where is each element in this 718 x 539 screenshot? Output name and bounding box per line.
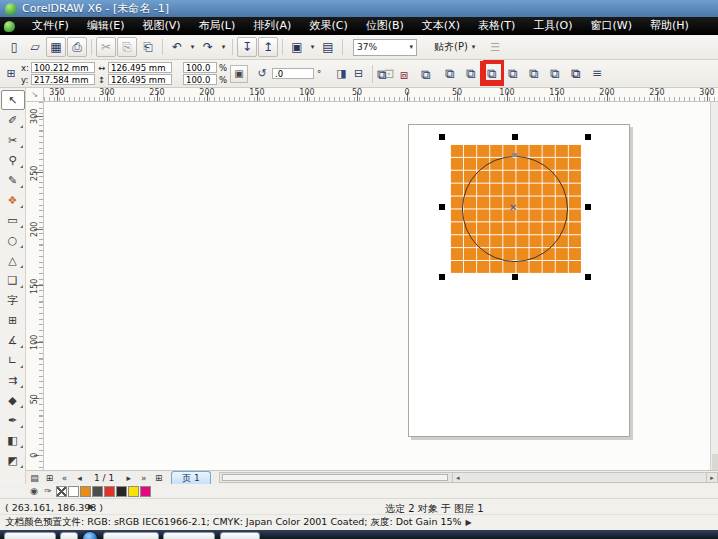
- selection-handle[interactable]: [585, 274, 591, 280]
- circle-node[interactable]: [512, 153, 517, 157]
- tool-basic-shapes[interactable]: ❑: [1, 270, 25, 290]
- tool-table[interactable]: ⊞: [1, 310, 25, 330]
- selection-handle[interactable]: [585, 204, 591, 210]
- add-page-button[interactable]: ⊞: [43, 472, 56, 484]
- title-bar[interactable]: CorelDRAW X6 - [未命名 -1]: [0, 0, 718, 17]
- intersect-button[interactable]: ⧉: [482, 63, 502, 84]
- selection-handle[interactable]: [512, 134, 518, 140]
- selection-handle[interactable]: [439, 274, 445, 280]
- menu-item[interactable]: 编辑(E): [78, 17, 134, 35]
- toolbar-separator[interactable]: [229, 37, 236, 57]
- horizontal-ruler[interactable]: 35030025020015010050050100150200250300: [44, 88, 718, 102]
- tool-connector[interactable]: ∟: [1, 350, 25, 370]
- tool-dimension[interactable]: ∡: [1, 330, 25, 350]
- selection-handle[interactable]: [439, 204, 445, 210]
- trim-button[interactable]: ⧉: [461, 63, 481, 84]
- tool-eyedropper[interactable]: ◆: [1, 390, 25, 410]
- taskbar-button[interactable]: [220, 532, 260, 539]
- flyout-arrow-icon[interactable]: ▶: [466, 518, 472, 527]
- menu-item[interactable]: 文本(X): [413, 17, 469, 35]
- object-height-input[interactable]: [108, 74, 172, 85]
- swatch-white[interactable]: [68, 486, 79, 497]
- swatch-magenta[interactable]: [140, 486, 151, 497]
- toolbar-separator[interactable]: [279, 37, 286, 57]
- front-minus-back-button[interactable]: ⧉: [524, 63, 544, 84]
- toolbar-separator[interactable]: [159, 37, 166, 57]
- lock-ratio-button[interactable]: ▣: [230, 65, 248, 83]
- save-button[interactable]: ▦: [46, 37, 66, 57]
- object-width-input[interactable]: [108, 62, 172, 73]
- cut-button[interactable]: ✂: [96, 37, 116, 57]
- palette-flyout-button[interactable]: ◉: [28, 486, 40, 496]
- toolbar-separator[interactable]: [339, 37, 346, 57]
- welcome-screen-button[interactable]: ▤: [318, 37, 338, 57]
- mirror-vertical-button[interactable]: ⊟: [351, 66, 366, 82]
- tool-text[interactable]: 字: [1, 290, 25, 310]
- taskbar-button[interactable]: [60, 532, 78, 539]
- tool-outline-pen[interactable]: ✒: [1, 410, 25, 430]
- copy-button[interactable]: ⎘: [117, 37, 137, 57]
- toolbar-separator[interactable]: [88, 37, 95, 57]
- tool-polygon[interactable]: △: [1, 250, 25, 270]
- back-minus-front-button[interactable]: ⧉: [545, 63, 565, 84]
- tool-shape[interactable]: ✐: [1, 110, 25, 130]
- flyout-arrow-icon[interactable]: ▶: [88, 502, 94, 511]
- undo-dropdown-caret[interactable]: ▾: [188, 37, 197, 57]
- selection-handle[interactable]: [585, 134, 591, 140]
- zoom-level-combo[interactable]: 37% ▾: [353, 39, 417, 56]
- object-x-input[interactable]: [31, 62, 95, 73]
- tool-blend[interactable]: ⇉: [1, 370, 25, 390]
- swatch-red[interactable]: [104, 486, 115, 497]
- selection-handle[interactable]: [439, 134, 445, 140]
- navigator-flyout-icon[interactable]: ▤: [28, 472, 41, 484]
- group-button[interactable]: ⧉: [416, 64, 436, 85]
- simplify-button[interactable]: ⧉: [503, 63, 523, 84]
- tool-freehand[interactable]: ✎: [1, 170, 25, 190]
- menu-item[interactable]: 效果(C): [300, 17, 356, 35]
- scale-x-input[interactable]: [183, 62, 217, 73]
- ruler-origin-icon[interactable]: ↘: [26, 88, 44, 102]
- import-button[interactable]: ↧: [237, 37, 257, 57]
- paste-button[interactable]: ⎗: [138, 37, 158, 57]
- swatch-no-color[interactable]: [56, 486, 67, 497]
- next-page-button[interactable]: ▸: [122, 472, 135, 484]
- menu-item[interactable]: 表格(T): [469, 17, 524, 35]
- tool-pick[interactable]: ↖: [1, 90, 25, 110]
- launcher-dropdown-caret[interactable]: ▾: [308, 37, 317, 57]
- menu-item[interactable]: 窗口(W): [582, 17, 641, 35]
- menu-item[interactable]: 位图(B): [357, 17, 413, 35]
- taskbar-button[interactable]: [103, 532, 159, 539]
- print-button[interactable]: ⎙: [67, 37, 87, 57]
- tool-crop[interactable]: ✂: [1, 130, 25, 150]
- new-document-button[interactable]: ▯: [4, 37, 24, 57]
- taskbar-button[interactable]: [163, 532, 215, 539]
- swatch-orange[interactable]: [80, 486, 91, 497]
- swatch-yellow[interactable]: [128, 486, 139, 497]
- create-boundary-button[interactable]: ⧉: [566, 63, 586, 84]
- tool-ellipse[interactable]: ○: [1, 230, 25, 250]
- tool-smart-fill[interactable]: ❖: [1, 190, 25, 210]
- add-page-button[interactable]: ⊞: [152, 472, 165, 484]
- menu-item[interactable]: 视图(V): [133, 17, 189, 35]
- combine-button[interactable]: ⧉: [372, 64, 392, 85]
- menu-item[interactable]: 帮助(H): [641, 17, 698, 35]
- undo-button[interactable]: ↶: [167, 37, 187, 57]
- object-y-input[interactable]: [31, 74, 95, 85]
- redo-dropdown-caret[interactable]: ▾: [219, 37, 228, 57]
- align-distribute-button[interactable]: ≡: [592, 66, 602, 80]
- menu-item[interactable]: 文件(F): [23, 17, 78, 35]
- open-button[interactable]: ▱: [25, 37, 45, 57]
- eyedropper-icon[interactable]: ✑: [42, 486, 54, 496]
- taskbar-button[interactable]: [4, 532, 56, 539]
- first-page-button[interactable]: «: [58, 472, 71, 484]
- swatch-dark-gray[interactable]: [92, 486, 103, 497]
- snap-to-dropdown[interactable]: 贴齐(P) ▾: [430, 38, 479, 57]
- mirror-horizontal-button[interactable]: ◨: [334, 66, 349, 82]
- break-apart-button[interactable]: ⧈: [394, 64, 414, 85]
- scroll-right-icon[interactable]: ▸: [706, 473, 717, 482]
- menu-item[interactable]: 排列(A): [244, 17, 300, 35]
- previous-page-button[interactable]: ◂: [73, 472, 86, 484]
- tool-interactive-fill[interactable]: ◩: [1, 450, 25, 470]
- scrollbar-thumb[interactable]: [222, 474, 448, 481]
- menu-item[interactable]: 工具(O): [524, 17, 581, 35]
